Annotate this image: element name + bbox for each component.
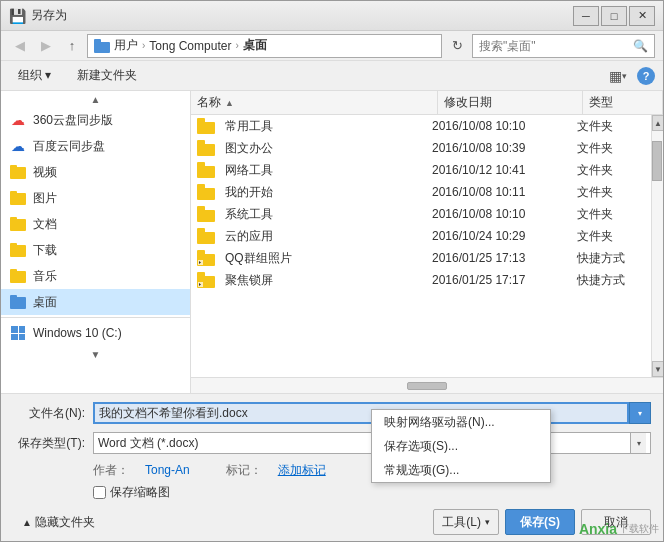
table-row[interactable]: 云的应用 2016/10/24 10:29 文件夹: [191, 225, 651, 247]
sidebar-label-video: 视频: [33, 164, 57, 181]
minimize-button[interactable]: ─: [573, 6, 599, 26]
breadcrumb-item-computer[interactable]: Tong Computer: [149, 39, 231, 53]
sidebar-item-download[interactable]: 下载: [1, 237, 190, 263]
svg-rect-29: [197, 228, 205, 234]
svg-rect-9: [10, 243, 17, 247]
thumbnail-label: 保存缩略图: [110, 484, 170, 501]
folder-icon: [197, 162, 215, 178]
hide-folders-arrow: ▲: [22, 517, 32, 528]
watermark-logo: Anxia: [579, 521, 617, 537]
breadcrumb-item-users[interactable]: 用户: [114, 37, 138, 54]
tags-label: 标记：: [226, 462, 262, 479]
table-row[interactable]: 系统工具 2016/10/08 10:10 文件夹: [191, 203, 651, 225]
sidebar-label-baidu: 百度云同步盘: [33, 138, 105, 155]
filetype-dropdown-icon: ▾: [630, 433, 646, 453]
scrollbar-up-button[interactable]: ▲: [652, 115, 663, 131]
file-cell-type: 文件夹: [571, 225, 651, 247]
author-value[interactable]: Tong-An: [145, 463, 190, 477]
file-cell-date: 2016/10/24 10:29: [426, 225, 571, 247]
file-list-scrollbar[interactable]: ▲ ▼: [651, 115, 663, 377]
table-row[interactable]: 网络工具 2016/10/12 10:41 文件夹: [191, 159, 651, 181]
sidebar-scroll-down[interactable]: ▼: [1, 346, 190, 362]
file-cell-name: 云的应用: [191, 225, 426, 247]
up-button[interactable]: ↑: [61, 35, 83, 57]
svg-rect-19: [197, 118, 205, 124]
col-header-type[interactable]: 类型: [583, 91, 663, 114]
close-button[interactable]: ✕: [629, 6, 655, 26]
view-icon: ▦: [609, 68, 622, 84]
forward-button[interactable]: ▶: [35, 35, 57, 57]
svg-rect-3: [10, 165, 17, 169]
sidebar-item-video[interactable]: 视频: [1, 159, 190, 185]
file-cell-name: 我的开始: [191, 181, 426, 203]
scrollbar-track[interactable]: [652, 131, 663, 361]
sidebar-label-360yun: 360云盘同步版: [33, 112, 113, 129]
table-row[interactable]: 聚焦锁屏 2016/01/25 17:17 快捷方式: [191, 269, 651, 291]
scrollbar-thumb[interactable]: [652, 141, 662, 181]
search-input[interactable]: [479, 39, 629, 53]
svg-rect-13: [10, 295, 17, 299]
sidebar-scroll-up[interactable]: ▲: [1, 91, 190, 107]
sidebar-icon-desktop: [9, 293, 27, 311]
sidebar-item-images[interactable]: 图片: [1, 185, 190, 211]
file-list-area: 名称 ▲ 修改日期 类型: [191, 91, 663, 393]
sidebar-label-music: 音乐: [33, 268, 57, 285]
file-cell-date: 2016/10/12 10:41: [426, 159, 571, 181]
back-icon: ◀: [15, 38, 25, 53]
svg-rect-5: [10, 191, 17, 195]
col-header-name[interactable]: 名称 ▲: [191, 91, 438, 114]
table-row[interactable]: 我的开始 2016/10/08 10:11 文件夹: [191, 181, 651, 203]
sidebar-label-images: 图片: [33, 190, 57, 207]
new-folder-button[interactable]: 新建文件夹: [68, 65, 146, 87]
col-header-date[interactable]: 修改日期: [438, 91, 583, 114]
table-row[interactable]: 图文办公 2016/10/08 10:39 文件夹: [191, 137, 651, 159]
svg-rect-14: [11, 326, 18, 333]
organize-button[interactable]: 组织 ▾: [9, 65, 60, 87]
view-button[interactable]: ▦ ▾: [607, 65, 629, 87]
dropdown-item-map-drive[interactable]: 映射网络驱动器(N)...: [372, 410, 550, 434]
folder-icon: [197, 228, 215, 244]
file-list-header: 名称 ▲ 修改日期 类型: [191, 91, 663, 115]
sidebar-label-download: 下载: [33, 242, 57, 259]
scrollbar-down-button[interactable]: ▼: [652, 361, 663, 377]
svg-rect-25: [197, 184, 205, 190]
sidebar-item-music[interactable]: 音乐: [1, 263, 190, 289]
sidebar-item-baidu[interactable]: ☁ 百度云同步盘: [1, 133, 190, 159]
dropdown-item-general-options[interactable]: 常规选项(G)...: [372, 458, 550, 482]
sidebar-item-360yun[interactable]: ☁ 360云盘同步版: [1, 107, 190, 133]
thumbnail-checkbox[interactable]: [93, 486, 106, 499]
help-button[interactable]: ?: [637, 67, 655, 85]
sidebar-item-docs[interactable]: 文档: [1, 211, 190, 237]
tags-value[interactable]: 添加标记: [278, 462, 326, 479]
sidebar-item-win10[interactable]: Windows 10 (C:): [1, 320, 190, 346]
sidebar-icon-baidu: ☁: [9, 137, 27, 155]
table-row[interactable]: QQ群组照片 2016/01/25 17:13 快捷方式: [191, 247, 651, 269]
file-cell-name: 网络工具: [191, 159, 426, 181]
folder-icon: [197, 118, 215, 134]
svg-rect-15: [19, 326, 25, 333]
sidebar-icon-music: [9, 267, 27, 285]
breadcrumb-item-desktop[interactable]: 桌面: [243, 37, 267, 54]
tools-dropdown-icon: ▾: [485, 517, 490, 527]
save-button[interactable]: 保存(S): [505, 509, 575, 535]
file-cell-type: 文件夹: [571, 159, 651, 181]
checkbox-row: 保存缩略图: [13, 484, 651, 501]
back-button[interactable]: ◀: [9, 35, 31, 57]
dropdown-item-save-options[interactable]: 保存选项(S)...: [372, 434, 550, 458]
file-list-body: 常用工具 2016/10/08 10:10 文件夹: [191, 115, 651, 377]
search-bar[interactable]: 🔍: [472, 34, 655, 58]
maximize-button[interactable]: □: [601, 6, 627, 26]
up-icon: ↑: [69, 38, 76, 53]
refresh-icon: ↻: [452, 38, 463, 53]
refresh-button[interactable]: ↻: [446, 35, 468, 57]
horizontal-scroll-bar[interactable]: [191, 377, 663, 393]
view-dropdown-icon: ▾: [622, 71, 627, 81]
sidebar-icon-win10: [9, 324, 27, 342]
hide-folders-button[interactable]: ▲ 隐藏文件夹: [13, 511, 104, 533]
tools-button[interactable]: 工具(L) ▾: [433, 509, 499, 535]
breadcrumb-folder-icon: [94, 39, 110, 53]
filename-dropdown-button[interactable]: ▾: [629, 402, 651, 424]
table-row[interactable]: 常用工具 2016/10/08 10:10 文件夹: [191, 115, 651, 137]
breadcrumb-bar[interactable]: 用户 › Tong Computer › 桌面: [87, 34, 442, 58]
sidebar-item-desktop[interactable]: 桌面: [1, 289, 190, 315]
